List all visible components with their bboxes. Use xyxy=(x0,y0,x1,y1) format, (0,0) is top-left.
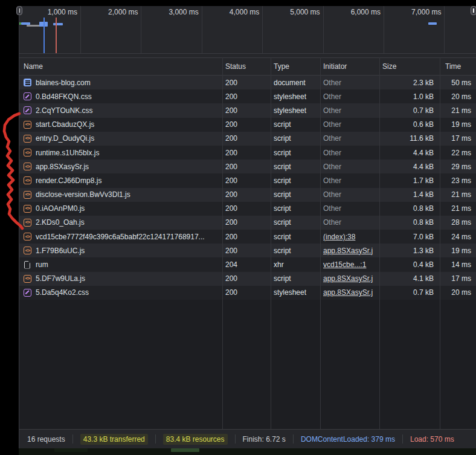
request-row-2-kds0-oah-js[interactable]: 2.KDs0_Oah.js200scriptOther0.8 kB28 ms xyxy=(19,216,476,230)
request-type: script xyxy=(271,218,320,227)
request-row-blaines-blog-com[interactable]: blaines-blog.com200documentOther2.3 kB50… xyxy=(19,76,476,89)
request-row-app-8sxasysr-js[interactable]: app.8SXasySr.js200scriptOther4.4 kB29 ms xyxy=(19,160,476,173)
overview-request-bar xyxy=(53,23,63,25)
request-row-disclose-version-bwvv3dl1-js[interactable]: disclose-version.BwVv3Dl1.js200scriptOth… xyxy=(19,188,476,202)
stylesheet-icon xyxy=(24,289,31,297)
statusbar-divider xyxy=(293,434,294,444)
domcontentloaded-marker xyxy=(43,18,45,53)
column-header-size[interactable]: Size xyxy=(379,62,440,71)
script-icon xyxy=(24,121,31,129)
status-code: 200 xyxy=(222,134,271,143)
request-row-entry-d-oudyqi-js[interactable]: entry.D_OudyQi.js200scriptOther11.6 kB17… xyxy=(19,132,476,146)
request-size: 0.7 kB xyxy=(379,106,440,115)
network-overview-timeline[interactable]: 1,000 ms2,000 ms3,000 ms4,000 ms5,000 ms… xyxy=(19,6,476,54)
initiator-link: Other xyxy=(323,204,341,213)
request-name: 5.DF7w9ULa.js xyxy=(36,274,85,283)
domcontentloaded-time: DOMContentLoaded: 379 ms xyxy=(301,435,395,444)
request-time: 24 ms xyxy=(440,233,476,241)
request-time: 21 ms xyxy=(440,204,476,213)
status-code: 200 xyxy=(222,92,271,101)
request-time: 22 ms xyxy=(440,149,476,157)
status-code: 200 xyxy=(222,233,271,241)
overview-request-bar xyxy=(428,22,437,25)
initiator-link[interactable]: (index):38 xyxy=(323,233,355,241)
initiator-link: Other xyxy=(323,120,341,129)
request-row-5-df7w9ula-js[interactable]: 5.DF7w9ULa.js200scriptapp.8SXasySr.j4.1 … xyxy=(19,272,476,286)
request-row-0-bd48fkqn-css[interactable]: 0.Bd48FKQN.css200stylesheetOther1.0 kB20… xyxy=(19,89,476,103)
request-row-1-f79b6uuc-js[interactable]: 1.F79B6uUC.js200scriptapp.8SXasySr.j1.3 … xyxy=(19,244,476,257)
status-code: 200 xyxy=(222,79,271,87)
initiator-link[interactable]: app.8SXasySr.j xyxy=(323,247,373,255)
request-name: render.CJ66Dmp8.js xyxy=(36,176,101,185)
request-row-runtime-s1uh5blx-js[interactable]: runtime.s1Uh5blx.js200scriptOther4.4 kB2… xyxy=(19,146,476,160)
stylesheet-icon xyxy=(24,92,31,100)
initiator-link: Other xyxy=(323,92,341,101)
request-size: 0.8 kB xyxy=(379,204,440,213)
column-header-type[interactable]: Type xyxy=(271,62,320,71)
request-row-2-cqytounk-css[interactable]: 2.CqYTOuNK.css200stylesheetOther0.7 kB21… xyxy=(19,103,476,117)
request-row-5-da5q4ko2-css[interactable]: 5.Da5q4Ko2.css200stylesheetapp.8SXasySr.… xyxy=(19,286,476,300)
request-type: xhr xyxy=(271,260,320,269)
request-row-rum[interactable]: rum204xhrvcd15cbe...:10.4 kB14 ms xyxy=(19,257,476,271)
status-code: 200 xyxy=(222,149,271,157)
request-time: 19 ms xyxy=(440,120,476,129)
column-header-initiator[interactable]: Initiator xyxy=(320,62,379,71)
request-name: rum xyxy=(36,260,48,269)
request-row-render-cj66dmp8-js[interactable]: render.CJ66Dmp8.js200scriptOther1.7 kB23… xyxy=(19,173,476,187)
timeline-tick-label: 7,000 ms xyxy=(393,8,441,16)
request-type: script xyxy=(271,233,320,241)
load-time: Load: 570 ms xyxy=(410,435,454,444)
request-name: 0.Bd48FKQN.css xyxy=(36,92,92,101)
request-name: start.CbaduzQX.js xyxy=(36,120,94,129)
request-size: 4.1 kB xyxy=(379,274,440,283)
page-edge-highlight xyxy=(171,448,199,452)
request-row-vcd15cbe7772f49c399c6a5babf22c[interactable]: vcd15cbe7772f49c399c6a5babf22c1241717689… xyxy=(19,230,476,244)
request-size: 11.6 kB xyxy=(379,134,440,143)
initiator-link: Other xyxy=(323,176,341,185)
initiator-link: Other xyxy=(323,79,341,87)
column-header-time[interactable]: Time xyxy=(440,62,476,71)
overview-left-handle[interactable] xyxy=(16,6,22,15)
request-size: 0.4 kB xyxy=(379,260,440,269)
requests-count: 16 requests xyxy=(27,435,65,444)
request-name: runtime.s1Uh5blx.js xyxy=(36,149,99,157)
initiator-link[interactable]: vcd15cbe...:1 xyxy=(323,260,366,269)
status-code: 200 xyxy=(222,288,271,297)
timeline-gridline xyxy=(141,6,141,53)
initiator-link[interactable]: app.8SXasySr.j xyxy=(323,288,373,297)
request-type: script xyxy=(271,176,320,185)
status-code: 200 xyxy=(222,106,271,115)
request-type: script xyxy=(271,274,320,283)
request-row-start-cbaduzqx-js[interactable]: start.CbaduzQX.js200scriptOther0.6 kB19 … xyxy=(19,118,476,132)
overview-right-handle[interactable] xyxy=(471,6,476,15)
request-time: 17 ms xyxy=(440,134,476,143)
finish-time: Finish: 6.72 s xyxy=(243,435,286,444)
script-icon xyxy=(24,275,31,283)
column-header-name[interactable]: Name xyxy=(19,62,222,71)
status-code: 200 xyxy=(222,163,271,171)
initiator-link[interactable]: app.8SXasySr.j xyxy=(323,274,373,283)
request-type: script xyxy=(271,149,320,157)
status-code: 200 xyxy=(222,204,271,213)
request-size: 4.4 kB xyxy=(379,163,440,171)
transferred-size: 43.3 kB transferred xyxy=(80,434,148,445)
request-name: vcd15cbe7772f49c399c6a5babf22c1241717689… xyxy=(36,233,205,241)
request-size: 0.6 kB xyxy=(379,120,440,129)
timeline-gridline xyxy=(262,6,263,53)
request-size: 1.3 kB xyxy=(379,247,440,255)
network-table-header: NameStatusTypeInitiatorSizeTime xyxy=(19,57,476,76)
status-code: 200 xyxy=(222,274,271,283)
resources-size: 83.4 kB resources xyxy=(163,434,228,445)
request-row-0-iaoanpm0-js[interactable]: 0.iAOAnPM0.js200scriptOther0.8 kB21 ms xyxy=(19,202,476,216)
statusbar-divider xyxy=(72,434,73,444)
request-type: script xyxy=(271,134,320,143)
request-size: 2.3 kB xyxy=(379,79,440,87)
initiator-link: Other xyxy=(323,190,341,199)
status-code: 200 xyxy=(222,120,271,129)
request-time: 20 ms xyxy=(440,288,476,297)
page-edge-strip xyxy=(0,448,476,455)
script-icon xyxy=(24,205,31,213)
column-header-status[interactable]: Status xyxy=(222,62,271,71)
request-type: stylesheet xyxy=(271,288,320,297)
script-icon xyxy=(24,149,31,157)
